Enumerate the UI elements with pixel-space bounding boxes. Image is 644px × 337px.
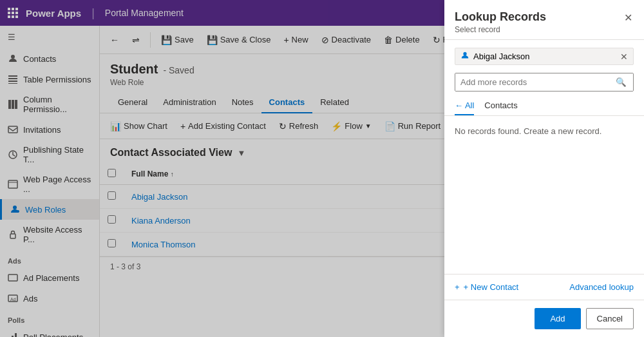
svg-point-23 bbox=[463, 52, 466, 55]
lookup-tab-all[interactable]: ← All bbox=[455, 97, 474, 115]
lookup-selected-tag: Abigal Jackson ✕ bbox=[455, 48, 634, 65]
search-button[interactable]: 🔍 bbox=[609, 73, 633, 91]
lookup-search: 🔍 bbox=[455, 73, 634, 91]
lookup-footer: + + New Contact Advanced lookup bbox=[444, 274, 644, 300]
lookup-actions: Add Cancel bbox=[444, 300, 644, 337]
lookup-search-input[interactable] bbox=[455, 73, 609, 91]
advanced-lookup-link[interactable]: Advanced lookup bbox=[569, 282, 634, 292]
lookup-tab-contacts[interactable]: Contacts bbox=[484, 97, 517, 115]
lookup-panel: Lookup Records Select record ✕ Abigal Ja… bbox=[444, 0, 644, 337]
tag-remove-button[interactable]: ✕ bbox=[620, 52, 628, 62]
new-contact-icon: + bbox=[455, 282, 460, 292]
lookup-body: No records found. Create a new record. bbox=[444, 116, 644, 274]
cancel-button[interactable]: Cancel bbox=[586, 308, 634, 329]
new-contact-link[interactable]: + + New Contact bbox=[455, 282, 518, 292]
lookup-header: Lookup Records Select record ✕ bbox=[444, 0, 644, 40]
lookup-tabs: ← All Contacts bbox=[444, 97, 644, 116]
lookup-close-button[interactable]: ✕ bbox=[623, 10, 634, 25]
no-records-message: No records found. Create a new record. bbox=[455, 126, 601, 136]
tag-label: Abigal Jackson bbox=[473, 52, 529, 61]
tag-contact-icon bbox=[460, 51, 469, 62]
lookup-subtitle: Select record bbox=[455, 25, 546, 34]
add-button[interactable]: Add bbox=[535, 308, 580, 329]
lookup-title: Lookup Records bbox=[455, 10, 546, 24]
